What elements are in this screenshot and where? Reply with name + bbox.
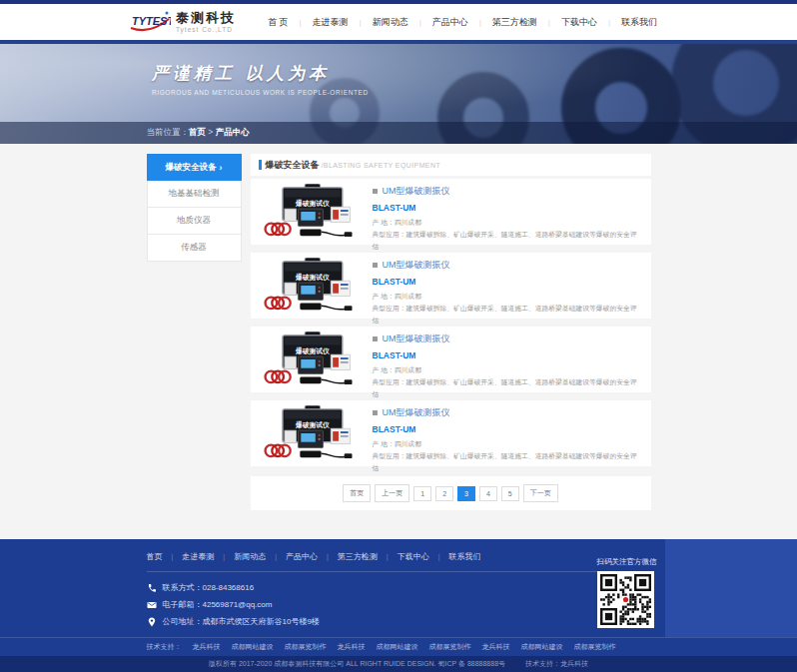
support-link[interactable]: 龙兵科技: [482, 642, 510, 652]
footer-nav-home[interactable]: 首页: [147, 551, 172, 562]
product-title[interactable]: UM型爆破测振仪: [383, 259, 450, 272]
pagination: 首页 上一页 1 2 3 4 5 下一页: [251, 476, 651, 510]
product-application: 典型应用：建筑爆破拆除、矿山爆破开采、隧道施工、道路桥梁基础建设等爆破的安全评估: [373, 450, 641, 474]
product-info: UM型爆破测振仪 BLAST-UM 产 地：四川成都 典型应用：建筑爆破拆除、矿…: [359, 184, 641, 240]
footer-nav-testing[interactable]: 第三方检测: [329, 551, 387, 562]
pagination-page-3-active[interactable]: 3: [457, 486, 475, 501]
pagination-first[interactable]: 首页: [343, 484, 371, 502]
product-card[interactable]: 爆破测试仪 UM型爆破测振仪 BLAST-UM 产 地：四川成都: [251, 253, 651, 319]
support-link[interactable]: 成都网站建设: [521, 642, 563, 652]
product-title[interactable]: UM型爆破测振仪: [383, 185, 450, 198]
bullet-icon: [373, 410, 378, 415]
section-subtitle: /BLASTING SAFETY EQUIPMENT: [322, 162, 441, 169]
support-link[interactable]: 成都展览制作: [429, 642, 471, 652]
nav-item-home[interactable]: 首 页: [257, 16, 300, 29]
footer-nav-download[interactable]: 下载中心: [389, 551, 438, 562]
section-accent-bar: [259, 160, 262, 170]
support-link[interactable]: 成都网站建设: [232, 642, 274, 652]
chevron-right-icon: ›: [220, 163, 223, 173]
sidebar-item-blasting-equipment[interactable]: 爆破安全设备 ›: [147, 154, 242, 181]
product-meta: 产 地：四川成都 典型应用：建筑爆破拆除、矿山爆破开采、隧道施工、道路桥梁基础建…: [373, 291, 641, 327]
pagination-page-5[interactable]: 5: [501, 486, 519, 501]
category-sidebar: 爆破安全设备 › 地基基础检测 地质仪器 传感器: [147, 154, 242, 262]
svg-text:TYTEST: TYTEST: [132, 15, 171, 27]
contact-phone: 联系方式：028-84368616: [163, 582, 255, 593]
breadcrumb-prefix: 当前位置：: [147, 127, 190, 137]
logo[interactable]: TYTEST 泰测科技 Tytest Co.,LTD: [129, 9, 236, 35]
phone-icon: [147, 583, 157, 593]
hero-text: 严谨精工 以人为本 RIGOROUS AND METICULOUS WORK I…: [152, 62, 369, 96]
pagination-page-2[interactable]: 2: [435, 486, 453, 501]
bullet-icon: [373, 189, 378, 194]
contact-address-row: 公司地址：成都市武侯区天府新谷10号楼9楼: [147, 616, 651, 627]
product-image: 爆破测试仪: [261, 405, 359, 461]
nav-item-download[interactable]: 下载中心: [550, 16, 608, 29]
product-title[interactable]: UM型爆破测振仪: [383, 333, 450, 345]
product-card[interactable]: 爆破测试仪 UM型爆破测振仪 BLAST-UM 产 地：四川成都: [251, 179, 651, 245]
hero-title: 严谨精工 以人为本: [152, 62, 369, 85]
brand-subtitle: Tytest Co.,LTD: [176, 26, 236, 33]
bullet-icon: [373, 263, 378, 268]
product-card[interactable]: 爆破测试仪 UM型爆破测振仪 BLAST-UM 产 地：四川成都: [251, 327, 651, 392]
case-label: 爆破测试仪: [295, 199, 330, 208]
product-application: 典型应用：建筑爆破拆除、矿山爆破开采、隧道施工、道路桥梁基础建设等爆破的安全评估: [373, 376, 641, 400]
breadcrumb: 当前位置：首页 > 产品中心: [147, 127, 651, 139]
content-area: 爆破安全设备 › 地基基础检测 地质仪器 传感器 爆破安全设备 /BLASTIN…: [0, 144, 797, 539]
footer-qr-section: 扫码关注官方微信: [597, 557, 657, 628]
pagination-page-1[interactable]: 1: [413, 486, 431, 501]
footer-nav-news[interactable]: 新闻动态: [225, 551, 275, 562]
footer-nav-about[interactable]: 走进泰测: [173, 551, 223, 562]
product-model: BLAST-UM: [373, 277, 641, 287]
product-model: BLAST-UM: [373, 350, 641, 360]
footer-nav-products[interactable]: 产品中心: [277, 551, 327, 562]
product-info: UM型爆破测振仪 BLAST-UM 产 地：四川成都 典型应用：建筑爆破拆除、矿…: [359, 405, 641, 461]
product-visual: 爆破测试仪: [261, 258, 359, 314]
footer-nav: 首页 | 走进泰测 | 新闻动态 | 产品中心 | 第三方检测 | 下载中心 |…: [147, 551, 651, 572]
product-card[interactable]: 爆破测试仪 UM型爆破测振仪 BLAST-UM 产 地：四川成都: [251, 400, 651, 466]
main-nav: 首 页 | 走进泰测 | 新闻动态 | 产品中心 | 第三方检测 | 下载中心 …: [257, 16, 668, 29]
nav-item-testing[interactable]: 第三方检测: [481, 16, 548, 29]
product-title[interactable]: UM型爆破测振仪: [383, 406, 450, 419]
footer-contact: 联系方式：028-84368616 电子邮箱：42569871@qq.com 公…: [147, 582, 651, 627]
support-link[interactable]: 龙兵科技: [338, 642, 366, 652]
sidebar-item-foundation-testing[interactable]: 地基基础检测: [147, 181, 242, 208]
product-visual: 爆破测试仪: [261, 405, 359, 461]
site-header: TYTEST 泰测科技 Tytest Co.,LTD 首 页 | 走进泰测 | …: [0, 4, 797, 40]
bullet-icon: [373, 336, 378, 341]
nav-item-contact[interactable]: 联系我们: [610, 16, 668, 29]
product-model: BLAST-UM: [373, 424, 641, 434]
nav-item-news[interactable]: 新闻动态: [362, 16, 419, 29]
product-meta: 产 地：四川成都 典型应用：建筑爆破拆除、矿山爆破开采、隧道施工、道路桥梁基础建…: [373, 217, 641, 253]
footer-accent-panel: [665, 539, 797, 637]
pagination-next[interactable]: 下一页: [523, 484, 558, 502]
hero-banner: 严谨精工 以人为本 RIGOROUS AND METICULOUS WORK I…: [0, 44, 797, 144]
logo-icon: TYTEST: [129, 9, 171, 35]
nav-item-about[interactable]: 走进泰测: [302, 16, 360, 29]
footer-nav-contact[interactable]: 联系我们: [439, 551, 489, 562]
support-label: 技术支持：: [147, 642, 182, 652]
product-info: UM型爆破测振仪 BLAST-UM 产 地：四川成都 典型应用：建筑爆破拆除、矿…: [359, 332, 641, 387]
support-link[interactable]: 龙兵科技: [193, 642, 221, 652]
location-pin-icon: [147, 617, 157, 627]
site-footer: 首页 | 走进泰测 | 新闻动态 | 产品中心 | 第三方检测 | 下载中心 |…: [0, 539, 797, 637]
sidebar-item-geology-instruments[interactable]: 地质仪器: [147, 208, 242, 235]
case-label: 爆破测试仪: [295, 346, 330, 355]
pagination-prev[interactable]: 上一页: [375, 484, 409, 502]
support-link[interactable]: 成都展览制作: [285, 642, 327, 652]
product-origin: 产 地：四川成都: [373, 217, 641, 229]
breadcrumb-current: 产品中心: [216, 127, 250, 137]
product-meta: 产 地：四川成都 典型应用：建筑爆破拆除、矿山爆破开采、隧道施工、道路桥梁基础建…: [373, 438, 641, 474]
pagination-page-4[interactable]: 4: [479, 486, 497, 501]
contact-email-row: 电子邮箱：42569871@qq.com: [147, 599, 651, 610]
nav-item-products[interactable]: 产品中心: [421, 16, 479, 29]
sidebar-item-sensors[interactable]: 传感器: [147, 235, 242, 262]
support-link[interactable]: 成都网站建设: [377, 642, 418, 652]
mail-icon: [147, 600, 157, 610]
product-application: 典型应用：建筑爆破拆除、矿山爆破开采、隧道施工、道路桥梁基础建设等爆破的安全评估: [373, 303, 641, 327]
breadcrumb-home-link[interactable]: 首页: [189, 127, 206, 137]
support-link[interactable]: 成都展览制作: [574, 642, 616, 652]
sidebar-item-label: 爆破安全设备: [166, 162, 217, 174]
product-origin: 产 地：四川成都: [373, 364, 641, 376]
copyright-support: 技术支持：龙兵科技: [525, 659, 588, 669]
section-header: 爆破安全设备 /BLASTING SAFETY EQUIPMENT: [251, 154, 651, 176]
